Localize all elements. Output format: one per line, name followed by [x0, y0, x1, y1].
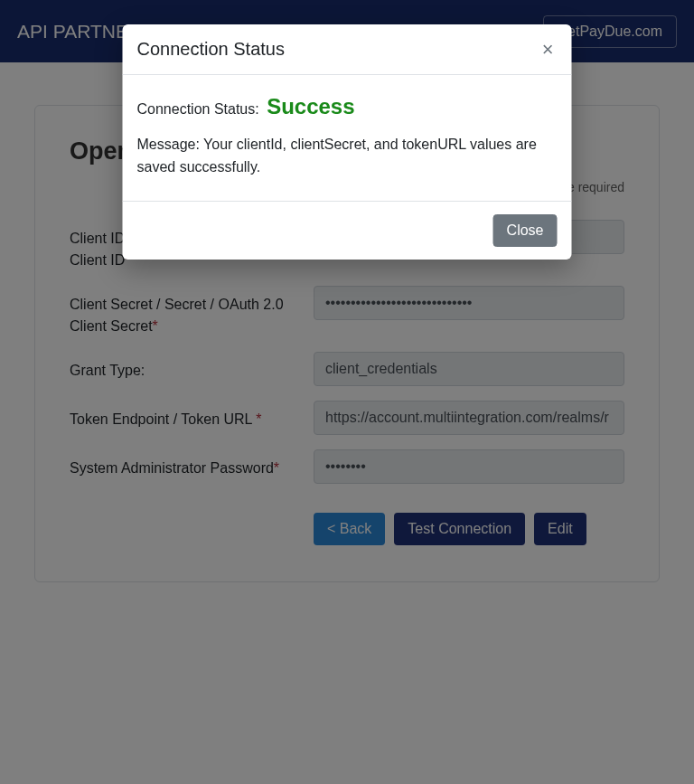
- status-line: Connection Status: Success: [137, 90, 558, 123]
- modal-title: Connection Status: [137, 39, 285, 60]
- modal-footer: Close: [123, 201, 572, 260]
- close-icon[interactable]: ×: [539, 40, 558, 60]
- close-button[interactable]: Close: [493, 214, 558, 247]
- status-value: Success: [267, 94, 354, 118]
- modal-body: Connection Status: Success Message: Your…: [123, 75, 572, 201]
- connection-status-modal: Connection Status × Connection Status: S…: [123, 24, 572, 260]
- status-message: Message: Your clientId, clientSecret, an…: [137, 134, 558, 179]
- status-label: Connection Status:: [137, 101, 259, 117]
- modal-header: Connection Status ×: [123, 24, 572, 75]
